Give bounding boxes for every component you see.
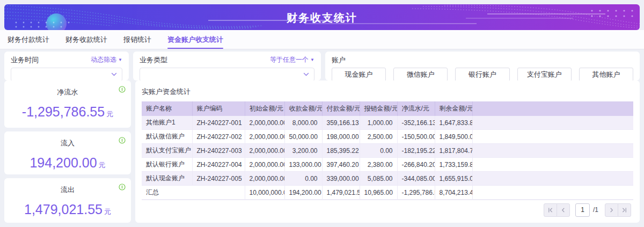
table-row: 默认微信账户ZH-240227-0022,000,000.0050,000.00…	[142, 130, 633, 144]
time-filter-mode-label: 动态筛选	[91, 55, 116, 64]
chevron-right-icon	[609, 207, 614, 213]
column-header: 净流水/元	[397, 101, 435, 116]
type-filter-mode-link[interactable]: 等于任意一个 ▼	[270, 55, 314, 64]
stat-title: 流出	[4, 178, 131, 195]
type-select[interactable]	[140, 68, 314, 82]
table-cell: -266,840.20	[397, 158, 435, 172]
table-cell: 1,647,833.87	[435, 116, 472, 130]
next-page-button[interactable]	[605, 203, 618, 217]
time-filter-label: 业务时间	[11, 55, 39, 65]
summary-cell: 1,479,021.55	[322, 186, 360, 200]
pagination-bar: /1	[142, 200, 633, 219]
table-cell: 2,000,000.00	[245, 130, 284, 144]
table-row: 默认现金账户ZH-240227-0052,000,000.000.00339,0…	[142, 172, 633, 186]
table-cell: -344,085.00	[397, 172, 435, 186]
page-number-input[interactable]	[575, 203, 590, 217]
column-header: 付款金额/元	[322, 101, 360, 116]
tab-2[interactable]: 财务收款统计	[65, 30, 107, 49]
chevron-down-icon	[303, 72, 309, 77]
table-cell: 5,085.00	[360, 172, 397, 186]
table-cell-filler	[472, 130, 633, 144]
account-button-1[interactable]: 现金账户	[332, 68, 386, 82]
column-header-filler	[472, 101, 633, 116]
table-cell: 2,000,000.00	[245, 172, 284, 186]
table-cell-filler	[472, 186, 633, 200]
table-cell: -352,166.13	[397, 116, 435, 130]
table-cell: ZH-240227-004	[192, 158, 245, 172]
stat-title: 净流水	[4, 80, 131, 97]
table-cell-filler	[472, 172, 633, 186]
column-header: 收款金额/元	[284, 101, 322, 116]
table-cell: 198,000.00	[322, 130, 360, 144]
filter-card-time: 业务时间 动态筛选 ▼	[4, 52, 129, 80]
account-button-2[interactable]: 微信账户	[393, 68, 448, 82]
table-cell: 185,395.22	[322, 144, 360, 158]
filter-card-account: 账户 现金账户微信账户银行账户支付宝账户其他账户	[325, 52, 640, 80]
tab-3[interactable]: 报销统计	[123, 30, 151, 49]
stat-value: 1,479,021.55元	[4, 202, 131, 217]
table-cell: ZH-240227-002	[192, 130, 245, 144]
table-cell: 359,166.13	[322, 116, 360, 130]
table-cell: ZH-240227-003	[192, 144, 245, 158]
table-cell: 397,460.20	[322, 158, 360, 172]
summary-row: 汇总10,000,000.00194,200.001,479,021.5510,…	[142, 186, 633, 200]
account-button-4[interactable]: 支付宝账户	[517, 68, 572, 82]
account-button-3[interactable]: 银行账户	[455, 68, 509, 82]
stat-card-outflow: 流出1,479,021.55元	[4, 178, 131, 223]
caret-down-icon: ▼	[118, 58, 122, 62]
table-cell-filler	[472, 116, 633, 130]
summary-cell: 194,200.00	[284, 186, 322, 200]
page-title: 财务收支统计	[4, 11, 640, 25]
table-cell: 默认银行账户	[142, 158, 192, 172]
table-cell: 默认支付宝账户	[142, 144, 192, 158]
column-header: 账户名称	[142, 101, 192, 116]
page-banner: 财务收支统计	[4, 4, 640, 30]
stat-unit: 元	[99, 161, 106, 169]
account-button-5[interactable]: 其他账户	[579, 68, 633, 82]
table-cell: 1,849,500.00	[435, 130, 472, 144]
page-total-label: /1	[593, 206, 598, 214]
stat-value: -1,295,786.55元	[4, 104, 131, 120]
table-cell: 2,500.00	[360, 130, 397, 144]
table-cell: ZH-240227-005	[192, 172, 245, 186]
table-body: 其他账户1ZH-240227-0012,000,000.008,000.0035…	[142, 116, 633, 200]
table-cell-filler	[472, 158, 633, 172]
summary-cell: -1,295,786.55	[397, 186, 435, 200]
summary-label: 汇总	[142, 186, 245, 200]
summary-cell: 10,000,000.00	[245, 186, 284, 200]
table-cell: 1,817,804.78	[435, 144, 472, 158]
time-filter-mode-link[interactable]: 动态筛选 ▼	[91, 55, 122, 64]
tab-4[interactable]: 资金账户收支统计	[167, 30, 223, 49]
column-header: 初始金额/元	[245, 101, 284, 116]
info-icon[interactable]	[119, 137, 126, 144]
time-select[interactable]	[11, 68, 122, 82]
table-row: 默认银行账户ZH-240227-0042,000,000.00133,000.0…	[142, 158, 633, 172]
info-icon[interactable]	[119, 184, 126, 191]
table-cell: 默认微信账户	[142, 130, 192, 144]
table-cell: 339,000.00	[322, 172, 360, 186]
table-cell: ZH-240227-001	[192, 116, 245, 130]
first-page-button[interactable]	[544, 203, 557, 217]
stat-card-net-flow: 净流水-1,295,786.55元	[4, 80, 131, 128]
table-cell: 1,655,915.00	[435, 172, 472, 186]
prev-page-button[interactable]	[557, 203, 570, 217]
table-header-row: 账户名称账户编码初始金额/元收款金额/元付款金额/元报销金额/元净流水/元剩余金…	[142, 101, 633, 116]
info-icon[interactable]	[119, 86, 126, 93]
table-cell: 0.00	[284, 172, 322, 186]
table-cell: 50,000.00	[284, 130, 322, 144]
chevron-down-icon	[111, 72, 117, 77]
table-cell: 0.00	[360, 144, 397, 158]
type-filter-mode-label: 等于任意一个	[270, 55, 309, 64]
stat-unit: 元	[106, 110, 113, 118]
table-cell: 其他账户1	[142, 116, 192, 130]
table-cell: 8,000.00	[284, 116, 322, 130]
filter-card-type: 业务类型 等于任意一个 ▼	[133, 52, 321, 80]
tab-1[interactable]: 财务付款统计	[8, 30, 49, 49]
last-page-button[interactable]	[618, 203, 631, 217]
column-header: 剩余金额/元	[435, 101, 472, 116]
stats-column: 净流水-1,295,786.55元流入194,200.00元流出1,479,02…	[4, 80, 131, 223]
table-cell: -150,500.00	[397, 130, 435, 144]
stat-title: 流入	[4, 131, 131, 148]
table-row: 默认支付宝账户ZH-240227-0032,000,000.003,200.00…	[142, 144, 633, 158]
stat-card-inflow: 流入194,200.00元	[4, 131, 131, 174]
